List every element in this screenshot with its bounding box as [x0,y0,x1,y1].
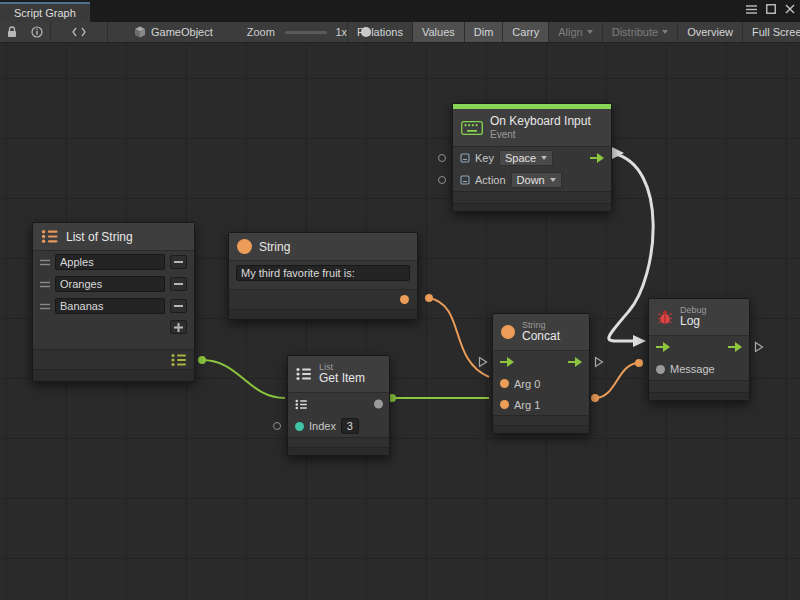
list-item-input[interactable] [55,298,165,314]
node-list-of-string[interactable]: List of String [32,222,195,382]
string-type-icon [237,239,252,254]
relations-toggle[interactable]: Relations [347,22,412,43]
code-view-button[interactable] [65,22,93,43]
arg0-row: Arg 0 [493,373,589,394]
flow-out-icon[interactable] [728,342,743,352]
window-maximize-icon[interactable] [766,4,776,14]
arg1-row: Arg 1 [493,394,589,415]
action-row: Action Down [453,169,611,191]
node-title: Concat [522,330,560,344]
node-on-keyboard-input[interactable]: On Keyboard Input Event Key Space Action [452,103,612,212]
distribute-dropdown[interactable]: Distribute [602,22,677,43]
list-item-input[interactable] [55,276,165,292]
drag-handle-icon[interactable] [40,259,50,266]
node-title: String [259,240,290,254]
action-input-port[interactable] [438,176,446,184]
remove-item-button[interactable] [170,255,187,269]
wire-start-arrow [612,147,624,159]
message-row: Message [649,358,749,380]
node-subtitle: Event [490,129,591,141]
index-input[interactable] [341,418,359,434]
remove-item-button[interactable] [170,277,187,291]
window-tab-bar: Script Graph [0,0,800,22]
graph-toolbar: GameObject Zoom 1x Relations Values Dim … [0,22,800,43]
keyboard-icon [461,121,483,135]
node-get-item[interactable]: List Get Item Index [287,355,390,456]
node-string-literal[interactable]: String [228,232,418,320]
control-output-port[interactable] [754,341,764,353]
chevron-down-icon [587,30,593,34]
values-toggle[interactable]: Values [412,22,464,43]
carry-toggle[interactable]: Carry [502,22,548,43]
tab-script-graph[interactable]: Script Graph [0,2,90,22]
zoom-value: 1x [335,26,347,38]
node-debug-log[interactable]: Debug Log Message [648,298,750,401]
chevron-down-icon [662,30,668,34]
message-label: Message [670,363,715,375]
node-concat[interactable]: String Concat Arg 0 Arg 1 [492,313,590,434]
dim-toggle[interactable]: Dim [464,22,503,43]
zoom-slider[interactable] [285,31,328,34]
info-button[interactable] [24,22,50,43]
list-item-row [33,251,194,273]
flow-row [493,351,589,373]
key-label: Key [475,152,494,164]
wire-end-arrow [633,335,646,347]
arg0-label: Arg 0 [514,378,540,390]
control-input-port[interactable] [478,356,488,368]
gameobject-label: GameObject [151,26,213,38]
trigger-output-port[interactable] [590,153,605,163]
action-dropdown[interactable]: Down [511,172,562,188]
list-input-row [288,393,389,415]
node-title: On Keyboard Input [490,115,591,129]
fullscreen-button[interactable]: Full Screen [742,22,800,43]
action-label: Action [475,174,506,186]
align-dropdown[interactable]: Align [548,22,601,43]
flow-in-icon[interactable] [656,342,671,352]
list-output-port[interactable] [171,353,187,367]
keycap-icon [460,175,470,185]
message-input-port[interactable] [656,365,665,374]
string-output-port[interactable] [400,295,409,304]
list-item-input[interactable] [55,254,165,270]
flow-in-icon[interactable] [500,357,515,367]
lock-button[interactable] [0,22,24,43]
drag-handle-icon[interactable] [40,303,50,310]
arg0-input-port[interactable] [500,379,509,388]
add-item-row [33,317,194,337]
add-item-button[interactable] [170,320,187,334]
control-output-port[interactable] [594,356,604,368]
zoom-label: Zoom [247,26,275,38]
remove-item-button[interactable] [170,299,187,313]
flow-out-icon[interactable] [568,357,583,367]
wire-control-keyboard-to-log [609,153,653,341]
zoom-slider-handle[interactable] [361,27,371,37]
node-title: Get Item [319,372,365,386]
gameobject-reference[interactable]: GameObject [126,22,221,43]
unity-cube-icon [134,26,146,38]
int-port-dot[interactable] [295,422,304,431]
key-input-port[interactable] [438,154,446,162]
node-title: Log [680,315,707,329]
bug-icon [657,309,673,325]
drag-handle-icon[interactable] [40,281,50,288]
arg1-input-port[interactable] [500,400,509,409]
window-close-icon[interactable] [785,4,795,14]
keycap-icon [460,153,470,163]
list-item-row [33,273,194,295]
arg1-label: Arg 1 [514,399,540,411]
string-value-input[interactable] [236,265,410,281]
flow-row [649,336,749,358]
item-output-port[interactable] [374,400,383,409]
list-item-row [33,295,194,317]
index-row: Index [288,415,389,437]
list-input-port[interactable] [295,399,308,410]
overview-button[interactable]: Overview [677,22,742,43]
tab-title: Script Graph [14,7,76,19]
index-input-port[interactable] [273,422,281,430]
graph-canvas[interactable]: On Keyboard Input Event Key Space Action [0,43,800,600]
node-title: List of String [66,230,133,244]
window-menu-icon[interactable] [746,5,757,14]
key-dropdown[interactable]: Space [499,150,553,166]
key-row: Key Space [453,147,611,169]
